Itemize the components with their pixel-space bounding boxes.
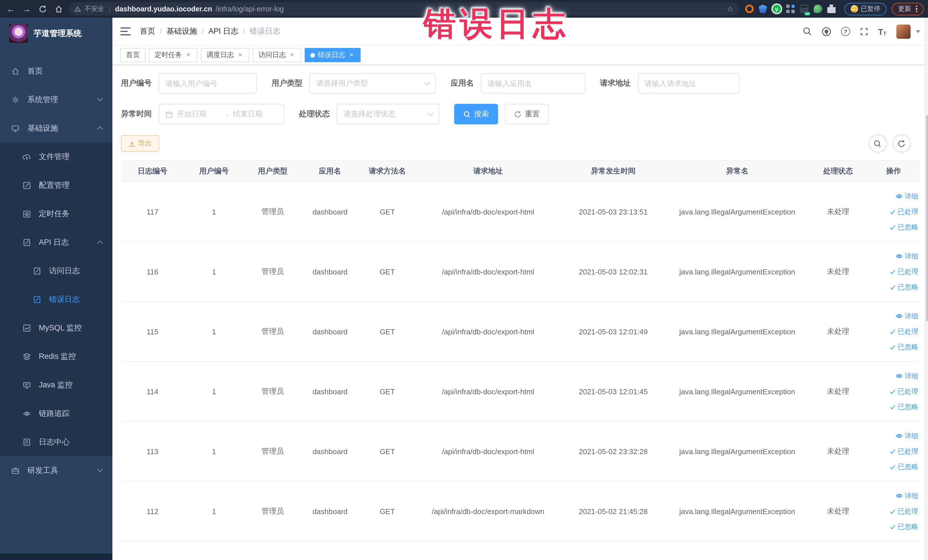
eye-icon: [896, 432, 902, 439]
security-label[interactable]: 不安全: [84, 5, 104, 13]
export-button[interactable]: 导出: [121, 135, 159, 152]
fullscreen-icon[interactable]: [860, 27, 868, 36]
detail-link[interactable]: 详细: [868, 488, 918, 504]
user-id-input[interactable]: [165, 79, 250, 88]
forward-icon[interactable]: →: [21, 3, 33, 15]
table-row[interactable]: 117 1 管理员 dashboard GET /api/infra/db-do…: [121, 182, 919, 242]
tag-access-log[interactable]: 访问日志×: [253, 48, 301, 62]
app-name-input[interactable]: [487, 79, 578, 88]
tag-home[interactable]: 首页: [121, 48, 145, 62]
request-url-input[interactable]: [644, 79, 732, 88]
ignored-link[interactable]: 已忽略: [868, 399, 918, 415]
cell-log-id: 114: [121, 362, 184, 421]
hamburger-icon[interactable]: [121, 27, 131, 35]
processed-link[interactable]: 已处理: [868, 324, 918, 339]
sidebar-item-file-mgmt[interactable]: 文件管理: [0, 143, 112, 171]
doc-edit-icon: [33, 296, 41, 304]
scrollbar-thumb[interactable]: [926, 115, 928, 321]
processed-link[interactable]: 已处理: [868, 444, 918, 459]
close-icon[interactable]: ×: [185, 52, 192, 58]
breadcrumb: 首页 / 基础设施 / API 日志 / 错误日志: [140, 26, 281, 37]
gear-icon: [11, 96, 20, 104]
processed-link[interactable]: 已处理: [868, 384, 918, 399]
font-size-icon[interactable]: TT: [878, 26, 886, 36]
table-row[interactable]: 115 1 管理员 dashboard GET /api/infra/db-do…: [121, 302, 919, 362]
table-row[interactable]: 113 1 管理员 dashboard GET /api/infra/db-do…: [121, 421, 919, 481]
table-row[interactable]: 116 1 管理员 dashboard GET /api/infra/db-do…: [121, 242, 919, 302]
sidebar-item-tracing[interactable]: 链路追踪: [0, 400, 112, 428]
extension-on-icon[interactable]: on: [800, 5, 808, 13]
extension-orange-icon[interactable]: [745, 5, 753, 13]
sidebar-item-infra[interactable]: 基础设施: [0, 114, 112, 143]
help-icon[interactable]: ?: [841, 27, 850, 36]
user-avatar[interactable]: [896, 24, 910, 38]
sidebar-item-mysql-monitor[interactable]: MySQL 监控: [0, 314, 112, 342]
cell-user-id: 1: [184, 182, 244, 242]
close-icon[interactable]: ×: [348, 52, 355, 58]
extension-shield-icon[interactable]: [759, 5, 767, 13]
date-range-picker[interactable]: 开始日期 - 结束日期: [159, 104, 284, 124]
sidebar-item-dev-tools[interactable]: 研发工具: [0, 456, 112, 485]
close-icon[interactable]: ×: [237, 52, 244, 58]
home-button-icon[interactable]: [52, 3, 65, 15]
sidebar-item-system[interactable]: 系统管理: [0, 85, 112, 114]
paused-extension-button[interactable]: 已暂停: [844, 3, 887, 15]
extension-plant-icon[interactable]: [814, 5, 822, 13]
extension-grid-icon[interactable]: [786, 5, 795, 13]
detail-link[interactable]: 详细: [868, 428, 918, 444]
bookmark-star-icon[interactable]: ☆: [727, 5, 733, 13]
breadcrumb-infra[interactable]: 基础设施: [166, 26, 197, 37]
cell-app: dashboard: [301, 242, 359, 302]
processed-link[interactable]: 已处理: [868, 504, 918, 519]
sidebar-item-java-monitor[interactable]: Java 监控: [0, 371, 112, 400]
detail-link[interactable]: 详细: [868, 249, 918, 264]
sidebar-item-scheduled-jobs[interactable]: 定时任务: [0, 200, 112, 228]
breadcrumb-home[interactable]: 首页: [140, 26, 155, 37]
sidebar-item-log-center[interactable]: 日志中心: [0, 428, 112, 456]
address-bar[interactable]: 不安全 | dashboard.yudao.iocoder.cn/infra/l…: [69, 2, 739, 15]
ignored-link[interactable]: 已忽略: [868, 279, 918, 295]
close-icon[interactable]: ×: [289, 52, 296, 58]
sidebar-item-config-mgmt[interactable]: 配置管理: [0, 171, 112, 200]
processed-link[interactable]: 已处理: [868, 204, 918, 220]
detail-link[interactable]: 详细: [868, 368, 918, 384]
sidebar-item-api-log[interactable]: API 日志: [0, 228, 112, 257]
page-scrollbar[interactable]: [925, 18, 928, 560]
tag-error-log-active[interactable]: 错误日志×: [305, 48, 360, 62]
app-logo-row[interactable]: 芋道管理系统: [0, 18, 112, 49]
extensions-puzzle-icon[interactable]: [827, 5, 836, 13]
search-button[interactable]: 搜索: [454, 104, 498, 124]
search-icon[interactable]: [803, 27, 812, 36]
reset-button[interactable]: 重置: [505, 104, 549, 124]
table-row[interactable]: 114 1 管理员 dashboard GET /api/infra/db-do…: [121, 362, 919, 421]
table-row[interactable]: 112 1 管理员 dashboard GET /api/infra/db-do…: [121, 481, 919, 541]
briefcase-icon: [11, 467, 20, 475]
ignored-link[interactable]: 已忽略: [868, 459, 918, 475]
sidebar-item-home[interactable]: 首页: [0, 57, 112, 85]
refresh-table-button[interactable]: [893, 135, 910, 153]
ignored-link[interactable]: 已忽略: [868, 339, 918, 355]
back-icon[interactable]: ←: [5, 3, 17, 15]
processed-link[interactable]: 已处理: [868, 264, 918, 279]
avatar-caret-icon[interactable]: [916, 30, 920, 33]
sidebar-item-error-log[interactable]: 错误日志: [0, 285, 112, 314]
ignored-link[interactable]: 已忽略: [868, 519, 918, 534]
sidebar-item-access-log[interactable]: 访问日志: [0, 257, 112, 285]
check-icon: [889, 523, 896, 530]
log-doc-icon: [23, 438, 31, 446]
tag-schedule-log[interactable]: 调度日志×: [201, 48, 249, 62]
detail-link[interactable]: 详细: [868, 308, 918, 324]
tag-scheduled-jobs[interactable]: 定时任务×: [149, 48, 197, 62]
sidebar-item-redis-monitor[interactable]: Redis 监控: [0, 342, 112, 371]
breadcrumb-api-log[interactable]: API 日志: [209, 26, 238, 37]
reload-icon[interactable]: [37, 3, 49, 15]
extension-green-icon[interactable]: y: [772, 5, 781, 13]
process-status-select[interactable]: 请选择处理状态: [337, 104, 439, 124]
toggle-search-button[interactable]: [868, 135, 886, 153]
browser-menu-icon[interactable]: [916, 6, 917, 12]
user-type-select[interactable]: 请选择用户类型: [309, 73, 436, 93]
github-icon[interactable]: [821, 26, 831, 36]
browser-update-button[interactable]: 更新: [892, 3, 923, 15]
ignored-link[interactable]: 已忽略: [868, 220, 918, 235]
detail-link[interactable]: 详细: [868, 189, 918, 204]
